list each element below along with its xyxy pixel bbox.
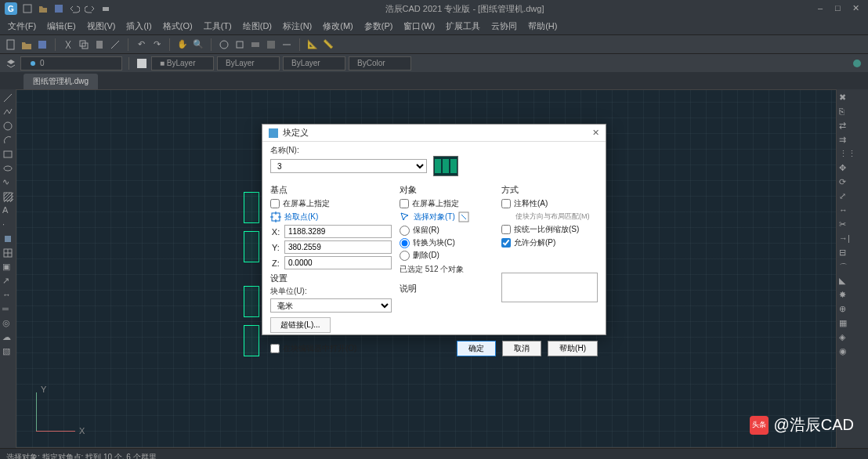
undo-icon[interactable]: ↶ — [135, 38, 147, 51]
explode-icon[interactable]: ✸ — [839, 290, 850, 301]
menu-draw[interactable]: 绘图(D) — [243, 20, 272, 32]
point-icon[interactable]: · — [2, 219, 13, 230]
menu-format[interactable]: 格式(O) — [163, 20, 193, 32]
ellipse-icon[interactable] — [2, 163, 13, 174]
tb-icon-1[interactable] — [218, 38, 230, 51]
open-icon[interactable] — [38, 3, 49, 14]
maximize-icon[interactable]: □ — [835, 3, 846, 14]
wipeout-icon[interactable]: ▧ — [2, 346, 13, 357]
menu-dim[interactable]: 标注(N) — [283, 20, 312, 32]
region-icon[interactable]: ▣ — [2, 262, 13, 273]
print-icon[interactable] — [100, 3, 111, 14]
base-onscreen-check[interactable] — [270, 199, 280, 208]
cut-icon[interactable] — [62, 38, 74, 51]
name-combo[interactable]: 3 — [270, 159, 427, 173]
quickselect-icon[interactable] — [458, 211, 469, 222]
fillet-icon[interactable]: ⌒ — [839, 262, 850, 273]
zoom-icon[interactable]: 🔍 — [192, 38, 204, 51]
color-combo[interactable]: ■ ByLayer — [151, 56, 214, 70]
scale-icon[interactable]: ⤢ — [839, 191, 850, 202]
menu-insert[interactable]: 插入(I) — [126, 20, 151, 32]
stretch-icon[interactable]: ↔ — [839, 205, 850, 216]
block-icon[interactable] — [2, 233, 13, 244]
hatch-icon[interactable] — [2, 191, 13, 202]
pick-point-icon[interactable] — [270, 211, 281, 222]
mod-18[interactable]: ◈ — [839, 332, 850, 343]
hyperlink-button[interactable]: 超链接(L)... — [270, 317, 331, 333]
scale-check[interactable] — [501, 225, 511, 234]
offset-icon[interactable]: ⇉ — [839, 135, 850, 146]
mirror-icon[interactable]: ⇄ — [839, 121, 850, 132]
break-icon[interactable]: ⊟ — [839, 248, 850, 258]
description-textarea[interactable] — [501, 273, 598, 302]
circle-icon[interactable] — [2, 121, 13, 132]
tb-icon-3[interactable] — [249, 38, 262, 51]
xline-icon[interactable]: ↔ — [2, 290, 13, 301]
tb-icon-2[interactable] — [233, 38, 246, 51]
extend-icon[interactable]: →| — [839, 233, 850, 244]
open-icon[interactable] — [20, 38, 33, 51]
menu-edit[interactable]: 编辑(E) — [47, 20, 76, 32]
menu-view[interactable]: 视图(V) — [87, 20, 116, 32]
unit-combo[interactable]: 毫米 — [270, 298, 392, 313]
y-input[interactable] — [284, 240, 392, 254]
undo-icon[interactable] — [69, 3, 80, 14]
new-icon[interactable] — [22, 3, 33, 14]
open-editor-check[interactable] — [270, 344, 280, 353]
select-objects-link[interactable]: 选择对象(T) — [414, 211, 455, 222]
retain-radio[interactable] — [400, 226, 410, 236]
menu-param[interactable]: 参数(P) — [364, 20, 393, 32]
revcloud-icon[interactable]: ☁ — [2, 332, 13, 343]
document-tab[interactable]: 图纸管理机.dwg — [24, 74, 98, 89]
mod-19[interactable]: ◉ — [839, 346, 850, 357]
layer-manager-icon[interactable] — [5, 57, 17, 70]
paste-icon[interactable] — [93, 38, 106, 51]
delete-radio[interactable] — [400, 251, 410, 261]
ray-icon[interactable]: ↗ — [2, 276, 13, 287]
mod-17[interactable]: ▦ — [839, 318, 850, 329]
new-icon[interactable] — [5, 38, 17, 51]
menu-file[interactable]: 文件(F) — [8, 20, 36, 32]
ok-button[interactable]: 确定 — [457, 341, 496, 356]
donut-icon[interactable]: ◎ — [2, 318, 13, 329]
menu-modify[interactable]: 修改(M) — [323, 20, 353, 32]
join-icon[interactable]: ⊕ — [839, 304, 850, 315]
convert-radio[interactable] — [400, 238, 410, 248]
lineweight-combo[interactable]: ByLayer — [283, 56, 345, 70]
save-icon[interactable] — [53, 3, 64, 14]
help-button[interactable]: 帮助(H) — [548, 341, 598, 356]
menu-window[interactable]: 窗口(W) — [403, 20, 435, 32]
menu-ext[interactable]: 扩展工具 — [446, 20, 480, 32]
redo-icon[interactable]: ↷ — [150, 38, 163, 51]
arc-icon[interactable] — [2, 135, 13, 146]
save-icon[interactable] — [36, 38, 49, 51]
obj-onscreen-check[interactable] — [400, 199, 409, 208]
erase-icon[interactable]: ✖ — [839, 92, 850, 103]
match-icon[interactable] — [109, 38, 121, 51]
rotate-icon[interactable]: ⟳ — [839, 177, 850, 188]
command-area[interactable]: 选择对象: 指定对角点: 找到 10 个, 6 个群里 选择对象: — [0, 448, 868, 459]
tb-icon-6[interactable]: 📐 — [306, 38, 319, 51]
array-icon[interactable]: ⋮⋮ — [839, 149, 850, 160]
menu-tools[interactable]: 工具(T) — [204, 20, 232, 32]
menu-help[interactable]: 帮助(H) — [528, 20, 557, 32]
linetype-combo[interactable]: ByLayer — [217, 56, 280, 70]
polyline-icon[interactable] — [2, 107, 13, 117]
plotstyle-combo[interactable]: ByColor — [349, 56, 411, 70]
table-icon[interactable] — [2, 248, 13, 258]
spline-icon[interactable]: ∿ — [2, 177, 13, 188]
redo-icon[interactable] — [85, 3, 96, 14]
color-icon[interactable] — [136, 57, 148, 70]
mline-icon[interactable]: ═ — [2, 304, 13, 315]
tb-icon-5[interactable] — [280, 38, 293, 51]
text-icon[interactable]: A — [2, 205, 13, 216]
move-icon[interactable]: ✥ — [839, 163, 850, 174]
line-icon[interactable] — [2, 92, 13, 103]
select-objects-icon[interactable] — [400, 211, 410, 222]
annotative-check[interactable] — [501, 199, 511, 208]
tb-icon-4[interactable] — [265, 38, 277, 51]
pan-icon[interactable]: ✋ — [176, 38, 189, 51]
chamfer-icon[interactable]: ◣ — [839, 276, 850, 287]
trim-icon[interactable]: ✂ — [839, 219, 850, 230]
tb-icon-7[interactable]: 📏 — [322, 38, 335, 51]
